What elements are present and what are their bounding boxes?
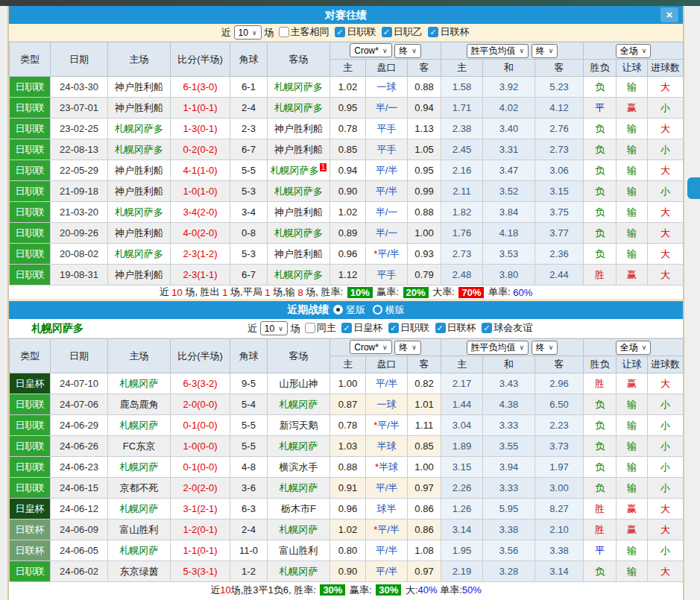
away-team: 神户胜利船 <box>268 244 330 265</box>
side-float-button[interactable] <box>687 177 700 199</box>
goals-result: 大 <box>648 223 684 244</box>
result: 胜 <box>584 265 617 285</box>
wdl-time-select[interactable]: 终∨ <box>532 341 558 355</box>
home-team: 札幌冈萨 <box>108 457 171 478</box>
filter-checkbox-item[interactable]: 日职联 <box>335 25 376 39</box>
wdl-select[interactable]: 胜平负均值∨ <box>467 44 529 58</box>
scope-select[interactable]: 全场∨ <box>616 341 652 355</box>
sub-header-goals: 进球数 <box>648 60 684 77</box>
filter-checkbox-item[interactable]: 同主 <box>305 321 336 335</box>
wdl-time-select[interactable]: 终∨ <box>532 44 558 58</box>
scope-select[interactable]: 全场∨ <box>616 44 652 58</box>
h2h-count-select[interactable]: 10 ∨ <box>234 25 262 40</box>
lose-avg: 2.73 <box>535 139 584 160</box>
home-team: 札幌冈萨多 <box>108 139 171 160</box>
h2h-summary: 近 10 场, 胜出 1 场,平局 1 场,输 8 场, 胜率: 10% 赢率:… <box>9 285 683 301</box>
away-odds: 1.13 <box>408 119 441 139</box>
score: 1-0(0-0) <box>171 436 230 457</box>
near-label: 近 <box>221 26 231 40</box>
filter-checkbox-item[interactable]: 日联杯 <box>428 25 469 39</box>
corners: 6-1 <box>230 77 268 98</box>
away-team: 横滨水手 <box>268 457 330 478</box>
handicap-result: 赢 <box>617 499 648 520</box>
wdl-select[interactable]: 胜平负均值∨ <box>467 341 529 355</box>
recent-count-select[interactable]: 10 ∨ <box>260 321 288 335</box>
wdl-header: 胜平负均值∨ 终∨ <box>441 42 584 60</box>
table-row: 日职联 24-06-15 京都不死 2-0(2-0) 3-6 札幌冈萨 0.91… <box>10 478 684 499</box>
close-icon[interactable]: × <box>660 7 678 22</box>
corners: 9-5 <box>230 373 268 394</box>
filter-checkbox-item[interactable]: 日职乙 <box>382 25 423 39</box>
draw-avg: 4.18 <box>483 223 535 244</box>
chevron-down-icon: ∨ <box>520 47 525 54</box>
filter-checkbox-item[interactable]: 日联杯 <box>435 321 476 335</box>
col-header-date: 日期 <box>51 42 108 77</box>
filter-checkbox-item[interactable]: 主客相同 <box>279 25 329 39</box>
draw-avg: 3.38 <box>483 520 535 540</box>
goals-result: 大 <box>648 520 684 540</box>
goals-result: 小 <box>648 478 684 499</box>
score: 4-0(2-0) <box>171 223 230 244</box>
goals-result: 小 <box>648 415 684 436</box>
chevron-down-icon: ∨ <box>520 344 525 351</box>
goals-result: 小 <box>648 436 684 457</box>
sub-header-handicap: 盘口 <box>366 60 408 77</box>
home-odds: 0.87 <box>330 394 366 415</box>
checkbox-label: 日联杯 <box>440 25 469 39</box>
filter-checkbox-item[interactable]: 球会友谊 <box>482 321 532 335</box>
odds-time-select[interactable]: 终∨ <box>394 341 421 355</box>
score: 3-1(2-1) <box>171 499 230 520</box>
home-team: 神户胜利船 <box>108 77 171 98</box>
goals-result: 小 <box>648 457 684 478</box>
home-team: 札幌冈萨 <box>108 373 171 394</box>
filter-checkbox-item[interactable]: 日职联 <box>388 321 429 335</box>
handicap-result: 输 <box>617 202 648 223</box>
sub-header-lose: 客 <box>535 60 584 77</box>
corners: 11-0 <box>230 540 268 561</box>
draw-avg: 3.52 <box>483 181 535 202</box>
sub-header-handicap-result: 让球 <box>617 60 648 77</box>
result: 平 <box>584 540 617 561</box>
odds-time-select[interactable]: 终∨ <box>394 44 421 58</box>
away-team: 札幌冈萨多 <box>268 223 330 244</box>
corners: 6-3 <box>230 499 268 520</box>
goals-result: 大 <box>648 160 684 181</box>
result: 负 <box>584 457 617 478</box>
checkbox-label: 球会友谊 <box>494 321 532 335</box>
match-date: 24-06-23 <box>51 457 108 478</box>
result: 负 <box>584 394 617 415</box>
checkbox-label: 日皇杯 <box>353 321 382 335</box>
match-date: 24-07-10 <box>51 373 108 394</box>
home-team: 神户胜利船 <box>108 223 171 244</box>
sub-header-handicap-result: 让球 <box>617 356 648 373</box>
table-row: 日职联 23-07-01 神户胜利船 1-1(0-1) 2-4 札幌冈萨多 0.… <box>10 98 684 119</box>
radio-label: 竖版 <box>346 303 365 317</box>
match-date: 24-06-09 <box>51 520 108 540</box>
radio-icon <box>373 305 382 315</box>
odds-company-select[interactable]: Crow*∨ <box>350 43 391 57</box>
lose-avg: 3.73 <box>535 436 584 457</box>
checkbox-icon <box>382 27 392 37</box>
h2h-table-body: 日职联 24-03-30 神户胜利船 6-1(3-0) 6-1 札幌冈萨多 1.… <box>10 77 684 285</box>
corners: 2-3 <box>230 119 268 139</box>
away-team: 札幌冈萨多1 <box>268 160 330 181</box>
score: 1-2(0-1) <box>171 520 230 540</box>
col-header-corner: 角球 <box>230 42 268 77</box>
home-odds: 0.91 <box>330 478 366 499</box>
score: 2-0(0-0) <box>171 394 230 415</box>
match-date: 20-08-02 <box>51 244 108 265</box>
col-header-type: 类型 <box>10 42 51 77</box>
layout-radio-item[interactable]: 竖版 <box>333 303 365 317</box>
draw-avg: 3.28 <box>483 561 535 582</box>
h2h-filter-options: 主客相同 日职联 日职乙 日联杯 <box>277 25 471 40</box>
checkbox-label: 日职联 <box>347 25 376 39</box>
h2h-table: 类型 日期 主场 比分(半场) 角球 客场 Crow*∨ 终∨ 胜平负均值∨ 终… <box>9 42 684 285</box>
checkbox-icon <box>482 323 492 333</box>
odds-company-select[interactable]: Crow*∨ <box>350 340 391 354</box>
match-date: 23-02-25 <box>51 119 108 139</box>
layout-radio-item[interactable]: 横版 <box>373 303 405 317</box>
filter-checkbox-item[interactable]: 日皇杯 <box>341 321 382 335</box>
draw-avg: 3.40 <box>483 119 535 139</box>
recent-title: 近期战绩 <box>287 303 329 317</box>
result: 平 <box>584 98 617 119</box>
